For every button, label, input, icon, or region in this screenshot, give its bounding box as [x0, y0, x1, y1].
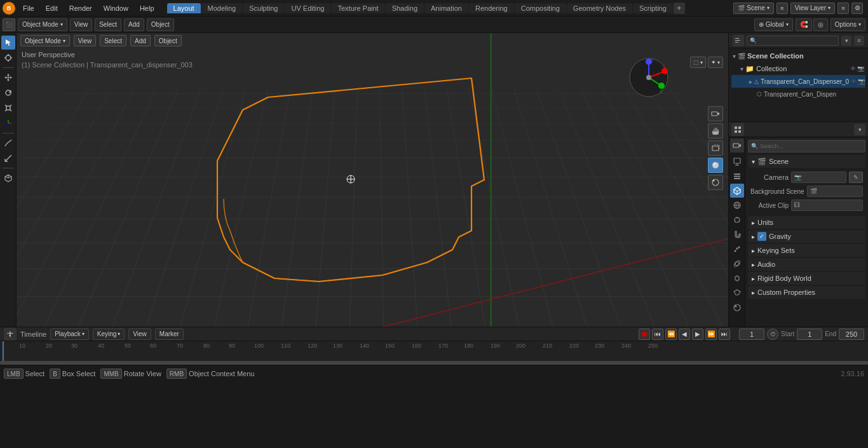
- viewport[interactable]: Object Mode ▾ View Select Add Object Use…: [17, 33, 728, 327]
- view-layer-menu-btn[interactable]: ≡: [837, 3, 849, 14]
- prop-icon-physics[interactable]: [730, 257, 744, 271]
- camera-view-btn[interactable]: [708, 106, 723, 121]
- tab-compositing[interactable]: Compositing: [515, 3, 566, 13]
- active-clip-value[interactable]: 🎞: [791, 200, 863, 211]
- add-btn[interactable]: Add: [124, 18, 144, 31]
- play-reverse-btn[interactable]: ◀: [679, 329, 690, 340]
- vp-select-btn[interactable]: Select: [100, 35, 126, 46]
- tab-rendering[interactable]: Rendering: [469, 3, 514, 13]
- playback-btn[interactable]: Playback ▾: [50, 329, 89, 340]
- outliner-options-btn[interactable]: ≡: [854, 36, 864, 46]
- tab-geometry-nodes[interactable]: Geometry Nodes: [567, 3, 632, 13]
- outliner-search[interactable]: 🔍: [747, 36, 839, 46]
- outliner-item-2[interactable]: ⬡ Transparent_Can_Dispen: [731, 88, 865, 100]
- vp-mode-select[interactable]: Object Mode ▾: [20, 35, 70, 46]
- camera-value[interactable]: 📷: [791, 172, 846, 183]
- menu-edit[interactable]: Edit: [41, 3, 63, 13]
- properties-editor-type-btn[interactable]: [731, 123, 744, 136]
- prop-icon-material[interactable]: [730, 301, 744, 315]
- snap-btn[interactable]: 🧲: [796, 18, 812, 31]
- prop-icon-render[interactable]: [730, 139, 744, 153]
- camera-pick-btn[interactable]: ✎: [849, 172, 863, 183]
- outliner-filter-btn[interactable]: ▾: [841, 36, 851, 46]
- menu-file[interactable]: File: [18, 3, 39, 13]
- record-btn[interactable]: [639, 329, 650, 340]
- scene-section-header[interactable]: ▾ 🎬 Scene: [748, 155, 865, 168]
- rigid-body-header[interactable]: ▸ Rigid Body World: [748, 272, 865, 285]
- options-btn[interactable]: Options ▾: [831, 18, 865, 31]
- gravity-checkbox[interactable]: ✓: [757, 232, 766, 241]
- camera-persp-btn[interactable]: [708, 140, 723, 156]
- measure-tool-btn[interactable]: [1, 151, 15, 165]
- keying-btn[interactable]: Keying ▾: [93, 329, 125, 340]
- prop-icon-data[interactable]: [730, 286, 744, 300]
- vp-object-btn[interactable]: Object: [154, 35, 182, 46]
- jump-start-btn[interactable]: ⏮: [652, 329, 663, 340]
- tab-animation[interactable]: Animation: [424, 3, 468, 13]
- timeline-view-btn[interactable]: View: [128, 329, 151, 340]
- view-layer-selector[interactable]: View Layer ▾: [790, 3, 835, 14]
- add-cube-btn[interactable]: [1, 171, 15, 185]
- jump-end-btn[interactable]: ⏭: [719, 329, 730, 340]
- scene-selector[interactable]: 🎬 Scene ▾: [733, 3, 773, 14]
- menu-help[interactable]: Help: [135, 3, 159, 13]
- next-frame-btn[interactable]: ⏩: [705, 329, 717, 340]
- collection-row[interactable]: ▾ 📁 Collection 👁 📷: [731, 62, 865, 75]
- scene-menu-btn[interactable]: ≡: [776, 3, 788, 14]
- prop-icon-scene[interactable]: [730, 184, 744, 198]
- prev-frame-btn[interactable]: ⏪: [665, 329, 677, 340]
- menu-window[interactable]: Window: [98, 3, 133, 13]
- annotate-tool-btn[interactable]: [1, 136, 15, 150]
- outliner-item-1[interactable]: ▸ △ Transparent_Can_Dispenser_0 👁 📷: [731, 75, 865, 88]
- start-frame-input[interactable]: 1: [797, 329, 822, 340]
- timeline-scrollbar-track[interactable]: [0, 361, 868, 365]
- rotate-tool-btn[interactable]: [1, 86, 15, 100]
- scale-tool-btn[interactable]: [1, 101, 15, 115]
- add-workspace-button[interactable]: +: [674, 3, 685, 14]
- timeline-track[interactable]: 10 20 30 40 50 60 70 80 90 100 110 120 1…: [0, 341, 868, 365]
- custom-props-header[interactable]: ▸ Custom Properties: [748, 286, 865, 299]
- tab-uv-editing[interactable]: UV Editing: [285, 3, 330, 13]
- play-btn[interactable]: ▶: [692, 329, 703, 340]
- frame-current-display[interactable]: 1: [739, 329, 764, 340]
- tab-texture-paint[interactable]: Texture Paint: [331, 3, 384, 13]
- viewport-shading-solid[interactable]: [708, 158, 723, 173]
- transform-global-btn[interactable]: ⊕ Global ▾: [754, 18, 793, 31]
- move-tool-btn[interactable]: [1, 71, 15, 85]
- prop-icon-output[interactable]: [730, 154, 744, 168]
- object-mode-btn[interactable]: Object Mode ▾: [18, 18, 67, 31]
- select-btn[interactable]: Select: [95, 18, 121, 31]
- timeline-scrollbar-thumb[interactable]: [0, 361, 868, 365]
- marker-btn[interactable]: Marker: [155, 329, 184, 340]
- tab-shading[interactable]: Shading: [386, 3, 424, 13]
- viewport-overlays-btn[interactable]: ⬚ ▾: [690, 57, 706, 68]
- tab-modeling[interactable]: Modeling: [201, 3, 243, 13]
- audio-section-header[interactable]: ▸ Audio: [748, 258, 865, 271]
- editor-type-btn[interactable]: ⬛: [3, 18, 15, 31]
- prop-icon-view-layer[interactable]: [730, 169, 744, 183]
- prop-icon-constraints[interactable]: [730, 271, 744, 285]
- gizmo-btn[interactable]: ✦ ▾: [708, 57, 723, 68]
- select-tool-btn[interactable]: [1, 36, 15, 50]
- proportional-btn[interactable]: ◎: [813, 18, 828, 31]
- vp-view-btn[interactable]: View: [74, 35, 97, 46]
- hand-tool-btn[interactable]: [708, 123, 723, 139]
- scene-collection-row[interactable]: ▾ 🎬 Scene Collection: [731, 50, 865, 62]
- prop-icon-particles[interactable]: [730, 242, 744, 256]
- tab-sculpting[interactable]: Sculpting: [243, 3, 284, 13]
- end-frame-input[interactable]: 250: [839, 329, 864, 340]
- navigation-gizmo[interactable]: X Y Z: [627, 55, 671, 101]
- units-section-header[interactable]: ▸ Units: [748, 216, 865, 229]
- vp-add-btn[interactable]: Add: [130, 35, 151, 46]
- tab-scripting[interactable]: Scripting: [633, 3, 673, 13]
- prop-icon-object[interactable]: [730, 213, 744, 227]
- menu-render[interactable]: Render: [64, 3, 97, 13]
- outliner-editor-type[interactable]: [733, 35, 744, 46]
- keying-sets-header[interactable]: ▸ Keying Sets: [748, 244, 865, 257]
- frame-sync-btn[interactable]: ⏱: [767, 329, 778, 340]
- view-btn[interactable]: View: [70, 18, 93, 31]
- render-engine-btn[interactable]: ⚙: [851, 3, 863, 14]
- bg-scene-value[interactable]: 🎬: [807, 186, 863, 197]
- properties-filter-btn[interactable]: ▾: [854, 124, 865, 135]
- gravity-section-header[interactable]: ▸ ✓ Gravity: [748, 230, 865, 243]
